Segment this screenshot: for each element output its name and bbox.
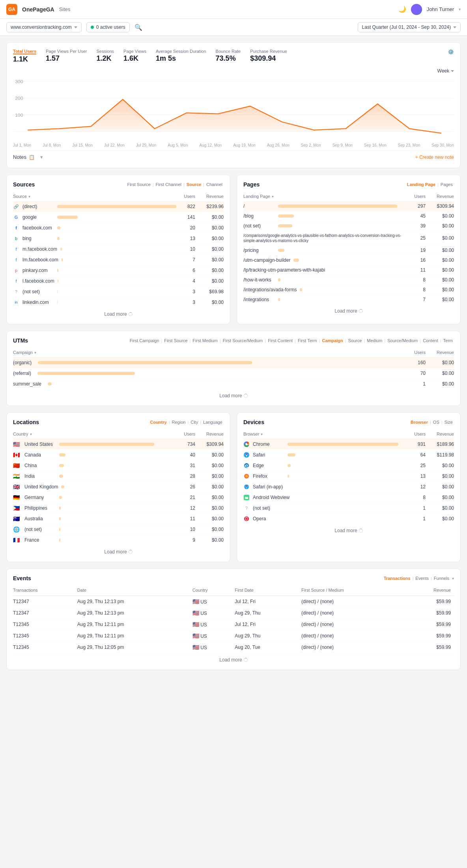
col-page-header[interactable]: Landing Page ▾ <box>243 194 402 199</box>
country-revenue: $0.00 <box>195 463 224 468</box>
locations-tab-city[interactable]: City <box>189 420 199 425</box>
stat-label-sessions[interactable]: Sessions <box>96 49 114 54</box>
utm-tab-first-source[interactable]: First Source <box>163 338 189 343</box>
create-note-button[interactable]: + Create new note <box>415 155 454 160</box>
utm-tab-source-medium[interactable]: Source/Medium <box>386 338 419 343</box>
devices-tab-browser[interactable]: Browser <box>409 420 429 425</box>
site-selector[interactable]: www.conversiontracking.com <box>6 22 82 32</box>
events-tab-funnels[interactable]: Funnels <box>433 576 450 581</box>
table-row: /comparisons/google-analytics-vs-plausib… <box>243 231 454 246</box>
transaction-date: Aug 29, Thu 12:11 pm <box>77 630 192 642</box>
sites-nav[interactable]: Sites <box>59 6 71 12</box>
funnels-chevron[interactable]: ▾ <box>452 576 454 581</box>
utm-tab-first-term[interactable]: First Term <box>297 338 318 343</box>
page-revenue: $0.00 <box>426 257 454 263</box>
table-row: T12345 Aug 29, Thu 12:11 pm 🇺🇸 US Aug 29… <box>13 630 454 642</box>
week-selector[interactable]: Week <box>13 68 454 74</box>
utm-tab-first-campaign[interactable]: First Campaign <box>129 338 161 343</box>
utm-tab-first-source-medium[interactable]: First Source/Medium <box>222 338 264 343</box>
col-source-header[interactable]: Source ▾ <box>13 194 172 199</box>
page-bar <box>278 205 397 208</box>
source-icon: f <box>13 246 19 252</box>
country-users: 734 <box>172 441 195 447</box>
source-bar <box>62 258 63 261</box>
locations-tab-region[interactable]: Region <box>171 420 187 425</box>
sources-tab-first-source[interactable]: First Source <box>126 182 151 187</box>
col-revenue-header: Revenue <box>407 586 454 596</box>
col-browser-header[interactable]: Browser ▾ <box>243 432 402 436</box>
pages-tab-pages[interactable]: Pages <box>439 182 454 187</box>
date-range-label: Last Quarter (Jul 01, 2024 - Sep 30, 202… <box>362 24 451 30</box>
events-tab-events[interactable]: Events <box>414 576 430 581</box>
utm-bar <box>48 382 52 386</box>
browser-icon <box>243 462 250 469</box>
page-revenue: $0.00 <box>426 277 454 283</box>
stats-settings-icon[interactable]: ⚙️ <box>448 49 454 55</box>
browser-icon <box>243 516 250 522</box>
locations-tab-country[interactable]: Country <box>149 420 168 425</box>
dark-mode-icon[interactable]: 🌙 <box>398 6 406 13</box>
utm-tab-first-medium[interactable]: First Medium <box>191 338 219 343</box>
locations-load-more[interactable]: Load more <box>13 545 224 555</box>
notes-chevron[interactable]: ▾ <box>40 154 43 160</box>
sources-load-more[interactable]: Load more <box>13 307 224 318</box>
devices-tab-os[interactable]: OS <box>432 420 441 425</box>
utms-load-more[interactable]: Load more <box>13 389 454 399</box>
page-bar <box>278 249 284 252</box>
table-row: f lm.facebook.com 7 $0.00 <box>13 255 224 265</box>
col-country-header[interactable]: Country ▾ <box>13 432 172 436</box>
table-row: T12345 Aug 29, Thu 12:11 pm 🇺🇸 US Jul 12… <box>13 619 454 630</box>
search-icon[interactable]: 🔍 <box>134 24 142 31</box>
utm-tab-medium[interactable]: Medium <box>366 338 383 343</box>
col-campaign-header[interactable]: Campaign ▾ <box>13 350 402 355</box>
devices-tab-size[interactable]: Size <box>443 420 454 425</box>
stat-label-session-duration[interactable]: Average Session Duration <box>156 49 206 54</box>
utm-tab-source[interactable]: Source <box>347 338 363 343</box>
stat-purchase-revenue: Purchase Revenue $309.94 <box>250 49 287 63</box>
flag-icon: 🌐 <box>13 526 20 533</box>
locations-tab-language[interactable]: Language <box>202 420 224 425</box>
utm-tab-campaign[interactable]: Campaign <box>321 338 344 343</box>
active-users-label: 0 active users <box>96 24 125 30</box>
stat-value-session-duration: 1m 5s <box>156 54 206 63</box>
pages-tab-landing[interactable]: Landing Page <box>406 182 437 187</box>
events-load-more[interactable]: Load more <box>13 653 454 663</box>
stat-label-purchase-revenue[interactable]: Purchase Revenue <box>250 49 287 54</box>
devices-load-more[interactable]: Load more <box>243 524 454 534</box>
events-tab-transactions[interactable]: Transactions <box>383 576 412 581</box>
sources-tab-source[interactable]: Source <box>185 182 202 187</box>
pages-load-more[interactable]: Load more <box>243 304 454 315</box>
country-label: Australia <box>24 516 56 522</box>
browser-bar <box>288 475 289 478</box>
source-bar <box>57 216 78 219</box>
source-label: pinkary.com <box>22 268 54 273</box>
country-bar <box>59 475 63 478</box>
locations-header: Locations Country | Region | City | Lang… <box>13 419 224 425</box>
country-bar <box>59 496 62 499</box>
x-label: Aug 12, Mon <box>199 143 222 147</box>
utm-tab-content[interactable]: Content <box>422 338 439 343</box>
user-menu-chevron[interactable]: ▾ <box>459 7 461 11</box>
utm-revenue: $0.00 <box>426 381 454 387</box>
source-users: 13 <box>172 236 195 241</box>
sources-tab-first-channel[interactable]: First Channel <box>155 182 183 187</box>
date-range-chevron <box>453 26 456 28</box>
stat-label-total-users[interactable]: Total Users <box>13 49 36 54</box>
pages-title: Pages <box>243 181 260 188</box>
col-transaction-header: Transactions <box>13 586 77 596</box>
stat-label-pvpu[interactable]: Page Views Per User <box>46 49 87 54</box>
transaction-country: 🇺🇸 US <box>192 596 235 607</box>
table-row: Android Webview 8 $0.00 <box>243 492 454 503</box>
date-range-selector[interactable]: Last Quarter (Jul 01, 2024 - Sep 30, 202… <box>358 22 461 32</box>
user-name[interactable]: John Turner <box>427 6 454 12</box>
utm-tab-term[interactable]: Term <box>442 338 454 343</box>
utm-tab-first-content[interactable]: First Content <box>267 338 294 343</box>
x-label: Sep 23, Mon <box>398 143 420 147</box>
sources-tab-channel[interactable]: Channel <box>205 182 224 187</box>
load-more-icon <box>359 309 363 313</box>
stat-label-page-views[interactable]: Page Views <box>123 49 146 54</box>
table-row: / 297 $309.94 <box>243 201 454 211</box>
stat-total-users: Total Users 1.1K <box>13 49 36 63</box>
stat-label-bounce-rate[interactable]: Bounce Rate <box>216 49 241 54</box>
active-users-badge: 0 active users <box>86 22 130 32</box>
